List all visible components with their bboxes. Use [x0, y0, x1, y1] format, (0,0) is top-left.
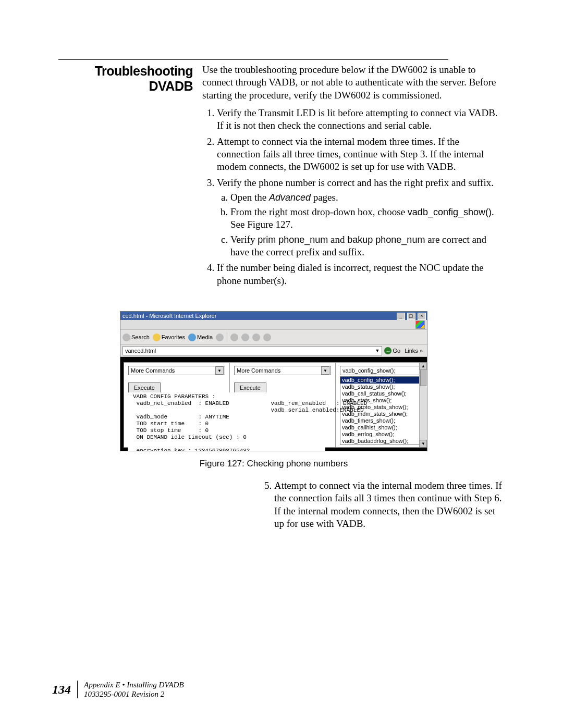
figure-127: ced.html - Microsoft Internet Explorer _… — [120, 311, 427, 451]
section-heading-col: Troubleshooting DVADB — [52, 64, 193, 94]
figure-caption: Figure 127: Checking phone numbers — [120, 459, 427, 469]
step-3-text: Verify the phone number is correct and h… — [217, 177, 494, 188]
links-label: Links — [405, 348, 418, 354]
chevron-down-icon: ▼ — [215, 366, 224, 375]
ie-window: ced.html - Microsoft Internet Explorer _… — [120, 311, 427, 451]
s3c-pre: Verify — [230, 234, 258, 245]
favorites-button[interactable]: Favorites — [153, 334, 185, 341]
media-label: Media — [197, 334, 213, 340]
step-1: Verify the Transmit LED is lit before at… — [217, 107, 500, 132]
page-content: More Commands ▼ Execute More Commands ▼ … — [120, 357, 427, 451]
edit-icon[interactable] — [252, 334, 260, 341]
config-output-left: VADB CONFIG PARAMETERS : vadb_net_enable… — [133, 393, 250, 451]
window-title: ced.html - Microsoft Internet Explorer — [123, 313, 216, 319]
s3c-mid: and — [328, 234, 347, 245]
ie-logo-icon — [415, 320, 425, 329]
page-number: 134 — [52, 683, 71, 697]
go-label: Go — [393, 348, 400, 354]
close-button[interactable]: × — [418, 313, 426, 320]
address-input[interactable]: vanced.html ▼ — [123, 346, 382, 355]
step-3: Verify the phone number is correct and h… — [217, 177, 500, 259]
go-arrow-icon: → — [384, 347, 391, 354]
footer-line1: Appendix E • Installing DVADB — [84, 681, 184, 689]
section-heading: Troubleshooting DVADB — [52, 64, 193, 94]
mail-icon[interactable] — [230, 334, 238, 341]
window-titlebar: ced.html - Microsoft Internet Explorer _… — [120, 312, 427, 320]
section-body: Use the troubleshooting procedure below … — [202, 64, 500, 290]
list-item[interactable]: vadb_config_show(); — [340, 377, 427, 384]
star-icon — [153, 334, 161, 341]
links-button[interactable]: Links » — [402, 348, 425, 354]
s3c-c1: prim phone_num — [258, 235, 328, 245]
search-button[interactable]: Search — [123, 334, 150, 341]
command-select-1-value: More Commands — [131, 367, 175, 374]
page-footer: 134 Appendix E • Installing DVADB 103329… — [52, 680, 184, 699]
steps-list-cont: Attempt to connect via the internal mode… — [260, 479, 505, 530]
list-item[interactable]: vadb_status_show(); — [340, 384, 427, 390]
intro-paragraph: Use the troubleshooting procedure below … — [202, 64, 500, 102]
scroll-down-icon[interactable]: ▼ — [420, 440, 427, 448]
discuss-icon[interactable] — [263, 334, 271, 341]
steps-list: Verify the Transmit LED is lit before at… — [202, 107, 500, 287]
address-bar: vanced.html ▼ → Go Links » — [120, 345, 427, 357]
execute-button-2[interactable]: Execute — [234, 382, 266, 393]
page-scrollbar[interactable]: ▲ ▼ — [419, 362, 427, 448]
step-3-sublist: Open the Advanced pages. From the right … — [217, 191, 500, 259]
s3b-code: vadb_config_show() — [408, 207, 492, 217]
window-buttons: _ ▢ × — [396, 312, 426, 320]
chevron-right-icon: » — [420, 348, 423, 354]
step-3a: Open the Advanced pages. — [230, 191, 500, 204]
step-4: If the number being dialed is incorrect,… — [217, 262, 500, 287]
step-3c: Verify prim phone_num and bakup phone_nu… — [230, 233, 500, 259]
toolbar-separator — [227, 332, 227, 342]
chevron-down-icon: ▼ — [321, 366, 329, 375]
s3b-pre: From the right most drop-down box, choos… — [230, 206, 408, 217]
command-select-2[interactable]: More Commands ▼ — [234, 366, 331, 375]
config-output: VADB CONFIG PARAMETERS : vadb_net_enable… — [128, 392, 325, 451]
minimize-button[interactable]: _ — [397, 313, 405, 320]
s3a-post: pages. — [311, 192, 338, 203]
footer-separator — [77, 681, 78, 698]
media-icon — [188, 334, 196, 341]
s3c-c2: bakup phone_num — [347, 235, 425, 245]
browser-toolbar: Search Favorites Media — [120, 330, 427, 345]
scroll-thumb[interactable] — [420, 369, 426, 386]
command-select-3-value: vadb_config_show(); — [342, 367, 396, 374]
go-button[interactable]: → Go — [384, 347, 400, 354]
media-button[interactable]: Media — [188, 334, 213, 341]
command-select-1[interactable]: More Commands ▼ — [128, 366, 225, 375]
chevron-down-icon[interactable]: ▼ — [375, 347, 380, 355]
top-rule — [58, 59, 448, 60]
logo-strip — [120, 320, 427, 330]
scroll-up-icon[interactable]: ▲ — [420, 362, 427, 370]
address-value: vanced.html — [125, 347, 156, 355]
history-icon[interactable] — [216, 334, 224, 341]
command-select-3[interactable]: vadb_config_show(); ▼ — [340, 366, 427, 375]
execute-button-1[interactable]: Execute — [128, 382, 161, 393]
favorites-label: Favorites — [162, 334, 185, 340]
config-output-right: vadb_rem_enabled : ENABLED vadb_serial_e… — [271, 393, 374, 451]
step-5: Attempt to connect via the internal mode… — [274, 479, 505, 530]
step-2: Attempt to connect via the internal mode… — [217, 135, 500, 174]
search-icon — [123, 334, 130, 341]
s3a-pre: Open the — [230, 192, 269, 203]
maximize-button[interactable]: ▢ — [407, 313, 415, 320]
footer-line2: 1033295-0001 Revision 2 — [84, 690, 164, 698]
step-3b: From the right most drop-down box, choos… — [230, 206, 500, 231]
search-label: Search — [131, 334, 150, 340]
print-icon[interactable] — [241, 334, 249, 341]
s3a-em: Advanced — [269, 192, 311, 203]
footer-info: Appendix E • Installing DVADB 1033295-00… — [84, 680, 184, 699]
command-select-2-value: More Commands — [237, 367, 280, 374]
